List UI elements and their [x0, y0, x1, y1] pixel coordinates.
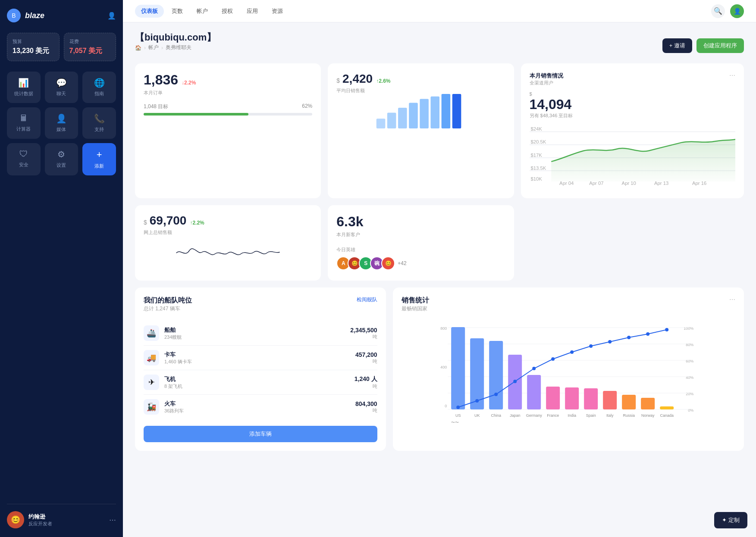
invite-button[interactable]: + 邀请: [662, 38, 692, 53]
sidebar-item-settings[interactable]: ⚙ 设置: [45, 143, 78, 175]
svg-text:Italy: Italy: [606, 413, 614, 418]
logo-icon: B: [7, 9, 21, 22]
truck-icon: 🚚: [144, 350, 159, 365]
progress-section: 1,048 目标 62%: [144, 103, 312, 116]
svg-text:China: China: [491, 413, 501, 418]
svg-text:80%: 80%: [686, 343, 693, 347]
avg-sales-number: 2,420 ↑2.6%: [342, 72, 390, 86]
train-sub: 36路列车: [164, 408, 184, 414]
plane-sub: 8 架飞机: [164, 383, 182, 390]
sidebar-item-support[interactable]: 📞 支持: [82, 107, 116, 139]
tab-dashboard[interactable]: 仪表板: [135, 5, 164, 18]
settings-label: 设置: [56, 162, 66, 169]
sales-stats-more-icon[interactable]: ⋯: [729, 296, 735, 303]
avg-sales-prefix: $: [336, 77, 340, 84]
calc-label: 计算器: [16, 126, 31, 132]
svg-rect-5: [431, 97, 440, 128]
svg-text:〜〜: 〜〜: [451, 420, 459, 425]
svg-rect-56: [660, 406, 674, 409]
heroes-avatars: A 😊 S 碗 😊 +42: [336, 256, 505, 270]
sidebar-item-add[interactable]: + 添新: [82, 143, 116, 175]
svg-rect-1: [387, 112, 396, 128]
svg-text:Japan: Japan: [510, 413, 521, 418]
sidebar-item-guide[interactable]: 🌐 指南: [82, 72, 116, 103]
svg-rect-52: [622, 395, 636, 409]
header-buttons: + 邀请 创建应用程序: [662, 38, 744, 53]
monthly-sales-number: 14,094: [530, 97, 736, 112]
total-sales-chart: [144, 236, 312, 270]
topnav-actions: 🔍 👤: [711, 4, 744, 18]
sidebar-item-calc[interactable]: 🖩 计算器: [7, 107, 41, 139]
user-menu-icon[interactable]: ⋯: [109, 516, 116, 524]
main-content: 仪表板 页数 帐户 授权 应用 资源 🔍 👤 【biqubiqu.com】 🏠 …: [123, 0, 756, 537]
page-header: 【biqubiqu.com】 🏠 › 帐户 › 奥弗维耶夫 + 邀请 创建应用程…: [135, 31, 744, 60]
user-settings-icon[interactable]: 👤: [107, 12, 116, 20]
train-icon: 🚂: [144, 399, 159, 415]
svg-text:Norway: Norway: [641, 413, 655, 418]
sales-stats-title: 销售统计: [402, 296, 429, 305]
fleet-item-ship: 🚢 船舶 234艘舰 2,345,500 吨: [144, 321, 377, 346]
fleet-link[interactable]: 检阅舰队: [357, 296, 377, 303]
tab-auth[interactable]: 授权: [216, 5, 239, 18]
orders-change: ↓2.2%: [182, 80, 196, 86]
total-sales-number: 69,700 ↑2.2%: [150, 214, 204, 228]
sidebar-item-media[interactable]: 👤 媒体: [45, 107, 78, 139]
sidebar-item-chat[interactable]: 💬 聊天: [45, 72, 78, 103]
svg-rect-7: [452, 94, 461, 128]
svg-rect-3: [409, 103, 418, 128]
svg-point-62: [532, 367, 536, 370]
breadcrumb-accounts[interactable]: 帐户: [148, 44, 159, 51]
svg-point-68: [646, 332, 649, 336]
add-vehicle-button[interactable]: 添加车辆: [144, 426, 377, 442]
truck-sub: 1,460 辆卡车: [164, 359, 192, 365]
tab-accounts[interactable]: 帐户: [191, 5, 214, 18]
security-icon: 🛡: [19, 149, 28, 159]
svg-text:India: India: [568, 413, 576, 418]
stats-grid-row2: $ 69,700 ↑2.2% 网上总销售额 6.3k 本月新客户: [135, 205, 744, 281]
monthly-sales-more-icon[interactable]: ⋯: [729, 72, 735, 79]
customize-button[interactable]: ✦ 定制: [714, 512, 747, 528]
train-value: 804,300 吨: [355, 400, 377, 414]
settings-icon: ⚙: [57, 149, 65, 159]
topnav-avatar[interactable]: 👤: [730, 4, 744, 18]
avg-sales-change: ↑2.6%: [376, 78, 390, 84]
nav-grid: 📊 统计数据 💬 聊天 🌐 指南 🖩 计算器 👤 媒体 📞 支持 🛡 安全 ⚙: [7, 72, 116, 175]
sidebar-footer: 😊 约翰逊 反应开发者 ⋯: [7, 504, 116, 528]
svg-text:France: France: [547, 413, 559, 418]
svg-text:US: US: [455, 413, 461, 418]
new-customers-number: 6.3k: [336, 214, 505, 230]
svg-rect-34: [451, 327, 465, 409]
guide-label: 指南: [94, 91, 104, 97]
hero-avatar-5: 😊: [381, 256, 395, 270]
breadcrumb-current: 奥弗维耶夫: [166, 44, 191, 51]
tab-pages[interactable]: 页数: [166, 5, 189, 18]
monthly-sales-sub: 另有 $48,346 至目标: [530, 112, 736, 119]
monthly-sales-subtitle: 全渠道用户: [530, 80, 563, 86]
svg-point-63: [551, 357, 555, 361]
svg-text:40%: 40%: [686, 375, 693, 380]
topnav-tabs: 仪表板 页数 帐户 授权 应用 资源: [135, 5, 289, 18]
svg-text:UK: UK: [474, 413, 480, 418]
calc-icon: 🖩: [19, 113, 28, 123]
svg-text:Russia: Russia: [623, 413, 635, 418]
fleet-item-plane: ✈ 飞机 8 架飞机 1,240 人 吨: [144, 370, 377, 395]
new-customers-label: 本月新客户: [336, 231, 505, 238]
truck-value: 457,200 吨: [355, 351, 377, 365]
progress-bar: [144, 113, 312, 116]
user-role: 反应开发者: [28, 521, 105, 527]
monthly-sales-title: 本月销售情况: [530, 72, 563, 80]
svg-text:800: 800: [440, 326, 447, 331]
sidebar-item-stats[interactable]: 📊 统计数据: [7, 72, 41, 103]
add-label: 添新: [94, 163, 104, 169]
svg-point-69: [665, 328, 668, 331]
tab-resources[interactable]: 资源: [266, 5, 289, 18]
sidebar-item-security[interactable]: 🛡 安全: [7, 143, 41, 175]
new-customers-card: 6.3k 本月新客户 今日英雄 A 😊 S 碗 😊 +42: [328, 205, 514, 281]
search-icon[interactable]: 🔍: [711, 4, 725, 18]
tab-apps[interactable]: 应用: [241, 5, 264, 18]
svg-point-60: [494, 393, 498, 396]
page-title: 【biqubiqu.com】 🏠 › 帐户 › 奥弗维耶夫: [135, 31, 216, 60]
sidebar: B blaze 👤 预算 13,230 美元 花费 7,057 美元 📊 统计数…: [0, 0, 123, 537]
create-app-button[interactable]: 创建应用程序: [696, 38, 744, 53]
svg-rect-0: [376, 119, 386, 128]
